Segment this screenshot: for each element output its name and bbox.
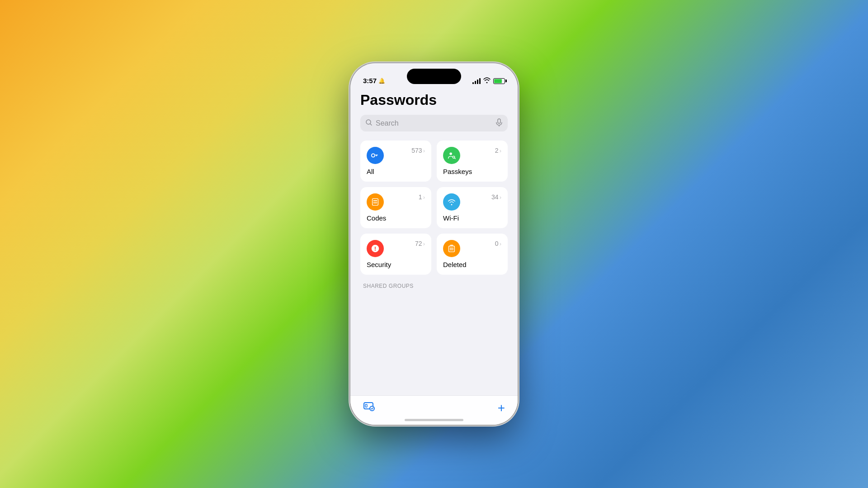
search-bar[interactable]: Search (360, 115, 508, 131)
passwords-tab-icon[interactable] (363, 401, 376, 415)
chevron-icon: › (500, 194, 501, 201)
svg-point-8 (376, 200, 377, 202)
svg-point-6 (373, 200, 375, 202)
chevron-icon: › (500, 240, 501, 247)
battery-fill (494, 79, 502, 83)
code-icon (367, 193, 384, 211)
shared-groups-header: SHARED GROUPS (350, 283, 518, 289)
card-all-label: All (367, 168, 425, 175)
status-time: 3:57 🔔 (363, 77, 385, 84)
status-icons (472, 77, 505, 84)
card-wifi-label: Wi-Fi (443, 214, 501, 222)
alarm-icon: 🔔 (378, 78, 385, 84)
card-passkeys-count: 2 › (495, 147, 501, 154)
signal-bars (472, 78, 481, 84)
card-passkeys[interactable]: 2 › Passkeys (437, 141, 508, 182)
cards-grid: 573 › All (350, 141, 518, 275)
card-codes-label: Codes (367, 214, 425, 222)
signal-bar-1 (472, 82, 474, 84)
card-all-count: 573 › (411, 147, 425, 154)
card-deleted-label: Deleted (443, 261, 501, 268)
deleted-icon (443, 240, 460, 257)
time-display: 3:57 (363, 77, 377, 84)
card-codes-top: 1 › (367, 193, 425, 211)
wifi-status-icon (483, 77, 491, 84)
svg-rect-17 (365, 404, 367, 407)
card-wifi-top: 34 › (443, 193, 501, 211)
chevron-icon: › (423, 194, 425, 201)
svg-text:!: ! (374, 245, 376, 252)
card-all-top: 573 › (367, 147, 425, 164)
signal-bar-3 (477, 80, 478, 84)
battery-icon (493, 78, 505, 84)
home-indicator (405, 419, 463, 421)
phone-frame: 3:57 🔔 Passwords (350, 63, 518, 425)
chevron-icon: › (500, 147, 501, 154)
signal-bar-2 (475, 81, 476, 84)
card-security-top: ! 72 › (367, 240, 425, 257)
page-header: Passwords Search (350, 88, 518, 141)
add-button[interactable]: + (498, 401, 505, 415)
search-icon (366, 119, 372, 127)
card-passkeys-label: Passkeys (443, 168, 501, 175)
passkey-icon (443, 147, 460, 164)
svg-rect-1 (498, 119, 500, 123)
card-security-count: 72 › (415, 240, 425, 247)
card-security[interactable]: ! 72 › Security (360, 234, 431, 275)
chevron-icon: › (423, 147, 425, 154)
svg-rect-5 (373, 199, 378, 206)
card-passkeys-top: 2 › (443, 147, 501, 164)
page-title: Passwords (360, 92, 508, 108)
screen-content: Passwords Search (350, 88, 518, 395)
svg-point-3 (449, 153, 452, 155)
svg-rect-9 (373, 202, 377, 203)
card-deleted-count: 0 › (495, 240, 501, 247)
security-icon: ! (367, 240, 384, 257)
card-codes-count: 1 › (419, 193, 425, 201)
card-deleted[interactable]: 0 › Deleted (437, 234, 508, 275)
svg-point-7 (375, 200, 376, 202)
empty-space (350, 293, 518, 395)
card-deleted-top: 0 › (443, 240, 501, 257)
wifi-card-icon (443, 193, 460, 211)
card-codes[interactable]: 1 › Codes (360, 187, 431, 228)
key-icon (367, 147, 384, 164)
card-wifi-count: 34 › (491, 193, 501, 201)
signal-bar-4 (479, 78, 481, 84)
card-wifi[interactable]: 34 › Wi-Fi (437, 187, 508, 228)
mic-icon[interactable] (496, 118, 502, 128)
search-input[interactable]: Search (376, 119, 492, 127)
dynamic-island (407, 69, 461, 84)
card-security-label: Security (367, 261, 425, 268)
card-all[interactable]: 573 › All (360, 141, 431, 182)
chevron-icon: › (423, 240, 425, 247)
